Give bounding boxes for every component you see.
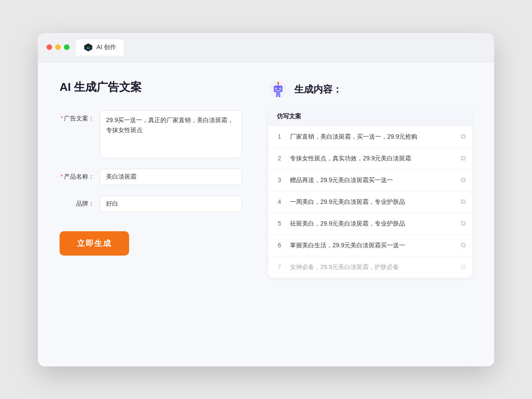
result-table: 仿写文案 1厂家直销，美白淡斑霜，买一送一，29.9元抢购⧉2专抹女性斑点，真实… [268, 107, 472, 278]
table-row: 7女神必备，29.9元美白淡斑霜，护肤必备⧉ [268, 256, 472, 278]
required-star-product: * [61, 173, 63, 180]
svg-rect-10 [276, 90, 281, 91]
result-rows-container: 1厂家直销，美白淡斑霜，买一送一，29.9元抢购⧉2专抹女性斑点，真实功效，29… [268, 126, 472, 278]
row-number: 5 [275, 220, 284, 227]
row-text: 专抹女性斑点，真实功效，29.9元美白淡斑霜 [290, 154, 455, 163]
maximize-button[interactable] [64, 44, 70, 50]
row-text: 女神必备，29.9元美白淡斑霜，护肤必备 [290, 263, 455, 272]
svg-rect-13 [279, 95, 280, 97]
required-star-ad: * [61, 115, 63, 122]
brand-input[interactable]: 好白 [100, 196, 242, 212]
ad-copy-input[interactable]: 29.9买一送一，真正的厂家直销，美白淡斑霜，专抹女性斑点 [100, 110, 242, 158]
table-row: 2专抹女性斑点，真实功效，29.9元美白淡斑霜⧉ [268, 148, 472, 170]
row-number: 2 [275, 155, 284, 162]
form-group-brand: 品牌： 好白 [60, 196, 242, 212]
brand-label: 品牌： [60, 196, 94, 208]
row-text: 厂家直销，美白淡斑霜，买一送一，29.9元抢购 [290, 132, 455, 141]
table-header: 仿写文案 [268, 107, 472, 126]
left-panel: AI 生成广告文案 *广告文案： 29.9买一送一，真正的厂家直销，美白淡斑霜，… [60, 80, 242, 345]
product-name-input[interactable]: 美白淡斑霜 [100, 169, 242, 185]
table-row: 4一周美白，29.9元美白淡斑霜，专业护肤品⧉ [268, 191, 472, 213]
copy-icon[interactable]: ⧉ [461, 154, 466, 162]
copy-icon[interactable]: ⧉ [461, 219, 466, 227]
svg-point-5 [277, 82, 279, 84]
tab-label: AI 创作 [96, 43, 116, 51]
row-number: 3 [275, 176, 284, 183]
form-group-product-name: *产品名称： 美白淡斑霜 [60, 169, 242, 185]
svg-rect-12 [276, 95, 278, 97]
result-title: 生成内容： [294, 83, 342, 96]
table-row: 5祛斑美白，29.9元美白淡斑霜，专业护肤品⧉ [268, 213, 472, 235]
row-text: 一周美白，29.9元美白淡斑霜，专业护肤品 [290, 197, 455, 206]
copy-icon[interactable]: ⧉ [461, 263, 466, 271]
result-header: 生成内容： [268, 80, 472, 100]
row-number: 1 [275, 133, 284, 140]
copy-icon[interactable]: ⧉ [461, 241, 466, 249]
row-number: 7 [275, 263, 284, 270]
table-row: 6掌握美白生活，29.9元美白淡斑霜买一送一⧉ [268, 235, 472, 256]
copy-icon[interactable]: ⧉ [461, 133, 466, 140]
right-panel: 生成内容： 仿写文案 1厂家直销，美白淡斑霜，买一送一，29.9元抢购⧉2专抹女… [268, 80, 472, 345]
copy-icon[interactable]: ⧉ [461, 198, 466, 206]
copy-icon[interactable]: ⧉ [461, 176, 466, 184]
product-name-label: *产品名称： [60, 169, 94, 181]
close-button[interactable] [47, 44, 52, 50]
form-group-ad-copy: *广告文案： 29.9买一送一，真正的厂家直销，美白淡斑霜，专抹女性斑点 [60, 110, 242, 158]
browser-window: AI AI 创作 AI 生成广告文案 *广告文案： 29.9买一送一，真正的厂家… [38, 33, 494, 366]
table-row: 3赠品再送，29.9元美白淡斑霜买一送一⧉ [268, 170, 472, 191]
ad-copy-label: *广告文案： [60, 110, 94, 123]
page-title: AI 生成广告文案 [60, 80, 242, 95]
main-content: AI 生成广告文案 *广告文案： 29.9买一送一，真正的厂家直销，美白淡斑霜，… [38, 62, 494, 366]
row-number: 6 [275, 242, 284, 249]
traffic-lights [47, 44, 70, 50]
generate-button[interactable]: 立即生成 [60, 231, 129, 256]
row-text: 赠品再送，29.9元美白淡斑霜买一送一 [290, 176, 455, 185]
svg-text:AI: AI [86, 46, 90, 50]
titlebar: AI AI 创作 [38, 33, 494, 62]
minimize-button[interactable] [55, 44, 61, 50]
svg-rect-11 [276, 92, 280, 95]
svg-point-9 [280, 88, 281, 89]
tab-ai-create[interactable]: AI AI 创作 [76, 39, 124, 56]
row-number: 4 [275, 198, 284, 205]
row-text: 祛斑美白，29.9元美白淡斑霜，专业护肤品 [290, 219, 455, 228]
svg-point-8 [276, 88, 276, 89]
robot-icon [268, 80, 288, 100]
table-row: 1厂家直销，美白淡斑霜，买一送一，29.9元抢购⧉ [268, 126, 472, 148]
row-text: 掌握美白生活，29.9元美白淡斑霜买一送一 [290, 241, 455, 250]
ai-tab-icon: AI [83, 43, 93, 52]
